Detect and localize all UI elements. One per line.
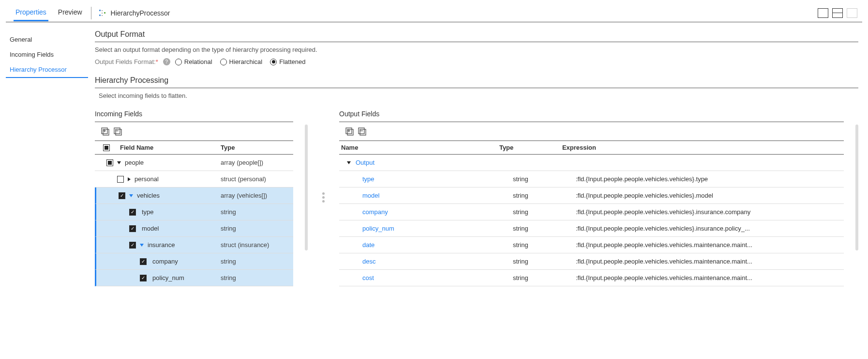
field-name: insurance [148,241,175,249]
output-field-type: string [513,208,576,216]
output-row[interactable]: companystring:fld.{Input.people.people.v… [339,204,844,220]
row-checkbox[interactable] [140,258,147,265]
output-field-name[interactable]: policy_num [362,225,394,232]
output-field-name[interactable]: model [362,192,379,199]
output-field-name[interactable]: date [362,241,374,249]
caret-down-icon[interactable] [117,161,121,164]
output-field-name[interactable]: desc [362,258,375,265]
sidebar-item-general[interactable]: General [6,32,88,47]
sidebar: General Incoming Fields Hierarchy Proces… [6,29,88,286]
svg-rect-19 [360,129,366,135]
output-field-expr: :fld.{Input.people.people.vehicles.vehic… [576,208,844,216]
row-checkbox[interactable] [106,159,113,166]
collapse-all-output-icon[interactable] [358,127,367,136]
hierarchy-processor-icon [98,9,107,17]
layout-blank-button[interactable] [847,8,857,18]
output-row[interactable]: policy_numstring:fld.{Input.people.peopl… [339,220,844,237]
svg-rect-12 [116,129,121,135]
row-checkbox[interactable] [129,242,136,249]
svg-point-3 [102,10,103,11]
radio-relational[interactable]: Relational [175,58,212,65]
field-type: struct (personal) [221,175,293,183]
incoming-title: Incoming Fields [95,108,293,122]
svg-point-5 [102,15,103,16]
row-checkbox[interactable] [129,209,136,216]
svg-rect-16 [347,129,353,135]
output-row[interactable]: typestring:fld.{Input.people.people.vehi… [339,171,844,187]
incoming-header-name: Field Name [118,144,221,151]
resize-handle[interactable] [319,108,328,286]
layout-single-button[interactable] [818,8,828,18]
layout-split-button[interactable] [832,8,843,18]
output-field-expr: :fld.{Input.people.people.vehicles.vehic… [576,258,844,265]
output-field-name[interactable]: company [362,208,388,216]
caret-down-icon [347,161,351,164]
processor-name: HierarchyProcessor [111,9,170,17]
collapse-all-icon[interactable] [113,127,123,136]
scrollbar[interactable] [305,125,308,250]
incoming-row[interactable]: peoplearray (people[]) [95,155,293,171]
caret-down-icon[interactable] [140,244,144,247]
caret-down-icon[interactable] [129,194,133,197]
output-group-row[interactable]: Output [339,155,844,171]
radio-flattened[interactable]: Flattened [270,58,305,65]
sidebar-item-hierarchy-processor[interactable]: Hierarchy Processor [6,62,88,78]
output-field-expr: :fld.{Input.people.people.vehicles.vehic… [576,274,844,281]
expand-all-output-icon[interactable] [345,127,355,136]
output-format-label: Output Fields Format:* [95,58,158,65]
radio-hierarchical[interactable]: Hierarchical [220,58,263,65]
scrollbar-output[interactable] [855,125,858,250]
output-row[interactable]: datestring:fld.{Input.people.people.vehi… [339,237,844,253]
incoming-header-type: Type [221,144,293,151]
incoming-table: Field Name Type peoplearray (people[])pe… [95,140,293,286]
help-icon[interactable]: ? [163,58,170,65]
svg-rect-2 [104,12,105,14]
incoming-row[interactable]: personalstruct (personal) [95,171,293,187]
output-row[interactable]: modelstring:fld.{Input.people.people.veh… [339,187,844,204]
output-field-type: string [513,192,576,199]
incoming-row[interactable]: typestring [95,204,293,220]
output-field-expr: :fld.{Input.people.people.vehicles.vehic… [576,192,844,199]
svg-rect-9 [103,129,109,135]
field-name: personal [135,175,159,183]
output-format-desc: Select an output format depending on the… [95,42,858,58]
field-type: string [221,225,293,232]
row-checkbox[interactable] [117,176,124,183]
output-field-expr: :fld.{Input.people.people.vehicles.vehic… [576,241,844,249]
output-table: Name Type Expression Output typestring:f… [339,140,844,286]
output-field-name[interactable]: cost [362,274,374,281]
row-checkbox[interactable] [140,275,147,281]
header-tabs: Properties Preview [6,4,84,21]
row-checkbox[interactable] [129,225,136,232]
field-name: company [152,258,178,265]
svg-rect-1 [99,15,101,16]
field-type: struct (insurance) [221,241,293,249]
sidebar-item-incoming-fields[interactable]: Incoming Fields [6,47,88,62]
output-row[interactable]: coststring:fld.{Input.people.people.vehi… [339,270,844,286]
output-field-name[interactable]: type [362,175,374,183]
incoming-row[interactable]: policy_numstring [95,270,293,286]
output-row[interactable]: descstring:fld.{Input.people.people.vehi… [339,253,844,270]
radio-group: Relational Hierarchical Flattened [175,58,306,65]
incoming-row[interactable]: companystring [95,253,293,270]
incoming-row[interactable]: modelstring [95,220,293,237]
caret-right-icon[interactable] [128,177,131,181]
output-field-expr: :fld.{Input.people.people.vehicles.vehic… [576,225,844,232]
field-name: vehicles [137,192,160,199]
svg-rect-0 [99,10,101,11]
separator [91,7,91,19]
output-format-row: Output Fields Format:* ? Relational Hier… [95,58,858,65]
tab-preview[interactable]: Preview [56,4,84,21]
row-checkbox[interactable] [119,192,125,199]
top-bar: Properties Preview HierarchyProcessor [6,4,862,22]
output-title: Output Fields [339,108,844,122]
expand-all-icon[interactable] [101,127,110,136]
incoming-row[interactable]: vehiclesarray (vehicles[]) [95,187,293,204]
output-header-name: Name [339,144,499,151]
field-name: policy_num [152,274,184,281]
incoming-row[interactable]: insurancestruct (insurance) [95,237,293,253]
select-all-checkbox[interactable] [103,144,110,151]
layout-controls [818,8,862,18]
tab-properties[interactable]: Properties [14,4,48,21]
field-name: people [125,159,144,166]
